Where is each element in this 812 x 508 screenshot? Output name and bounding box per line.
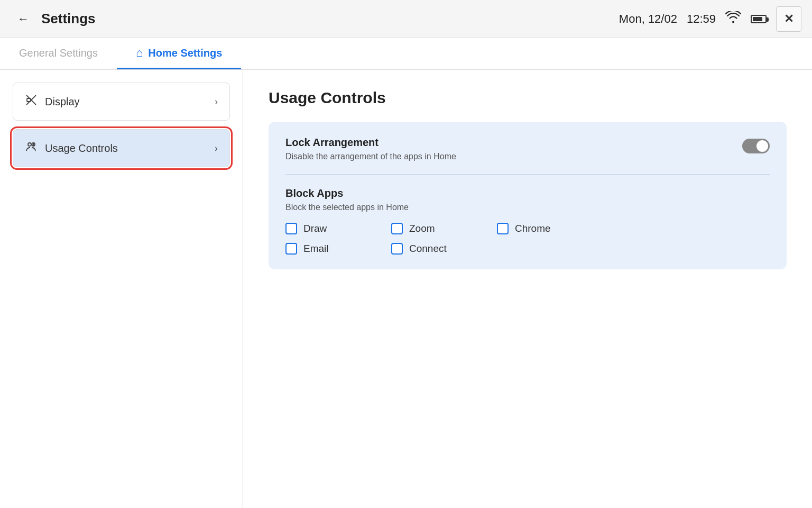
status-date: Mon, 12/02: [619, 12, 677, 26]
connect-checkbox[interactable]: [391, 243, 403, 255]
battery-icon: [751, 15, 767, 23]
content-area: Usage Controls Lock Arrangement Disable …: [243, 70, 812, 508]
lock-arrangement-description: Disable the arrangement of the apps in H…: [285, 152, 456, 161]
email-checkbox[interactable]: [285, 243, 297, 255]
status-time: 12:59: [687, 12, 716, 26]
email-label: Email: [303, 243, 329, 255]
top-bar: ← Settings Mon, 12/02 12:59 ✕: [0, 0, 812, 38]
lock-arrangement-text: Lock Arrangement Disable the arrangement…: [285, 137, 456, 161]
app-checkbox-draw[interactable]: Draw: [285, 223, 391, 234]
app-checkbox-email[interactable]: Email: [285, 243, 391, 255]
block-apps-description: Block the selected apps in Home: [285, 203, 770, 212]
zoom-checkbox[interactable]: [391, 223, 403, 234]
tabs-bar: General Settings ⌂ Home Settings: [0, 38, 812, 70]
home-tab-icon: ⌂: [136, 46, 143, 60]
sidebar-item-usage-controls[interactable]: Usage Controls ›: [13, 129, 230, 167]
main-layout: Display › Usage Controls › Usage Control…: [0, 70, 812, 508]
chrome-checkbox[interactable]: [497, 223, 509, 234]
sidebar-item-display[interactable]: Display ›: [13, 83, 230, 121]
back-button[interactable]: ←: [11, 6, 36, 32]
sidebar-usage-label: Usage Controls: [45, 142, 207, 155]
draw-label: Draw: [303, 223, 327, 234]
usage-controls-icon: [25, 140, 38, 156]
usage-controls-chevron-icon: ›: [215, 143, 218, 154]
page-title: Settings: [41, 11, 619, 27]
toggle-slider: [742, 139, 770, 153]
display-chevron-icon: ›: [215, 96, 218, 107]
svg-rect-2: [27, 98, 31, 102]
wifi-icon: [725, 11, 741, 27]
app-checkbox-connect[interactable]: Connect: [391, 243, 497, 255]
content-title: Usage Controls: [269, 89, 787, 107]
app-checkbox-zoom[interactable]: Zoom: [391, 223, 497, 234]
block-apps-heading: Block Apps: [285, 187, 770, 199]
zoom-label: Zoom: [409, 223, 435, 234]
apps-grid: Draw Zoom Chrome Email: [285, 223, 770, 255]
tab-general-label: General Settings: [19, 47, 98, 59]
status-area: Mon, 12/02 12:59 ✕: [619, 6, 801, 32]
lock-arrangement-toggle[interactable]: [742, 139, 770, 153]
svg-point-3: [28, 143, 31, 146]
display-icon: [25, 94, 38, 110]
close-button[interactable]: ✕: [776, 6, 801, 32]
lock-arrangement-row: Lock Arrangement Disable the arrangement…: [285, 137, 770, 175]
connect-label: Connect: [409, 243, 447, 255]
tab-home-settings[interactable]: ⌂ Home Settings: [117, 38, 241, 69]
tab-general-settings[interactable]: General Settings: [0, 38, 117, 69]
chrome-label: Chrome: [515, 223, 551, 234]
app-checkbox-chrome[interactable]: Chrome: [497, 223, 603, 234]
draw-checkbox[interactable]: [285, 223, 297, 234]
sidebar: Display › Usage Controls ›: [0, 70, 243, 508]
block-apps-section: Block Apps Block the selected apps in Ho…: [285, 187, 770, 255]
sidebar-display-label: Display: [45, 96, 207, 108]
lock-arrangement-heading: Lock Arrangement: [285, 137, 456, 149]
usage-controls-card: Lock Arrangement Disable the arrangement…: [269, 122, 787, 269]
tab-home-label: Home Settings: [148, 47, 222, 59]
